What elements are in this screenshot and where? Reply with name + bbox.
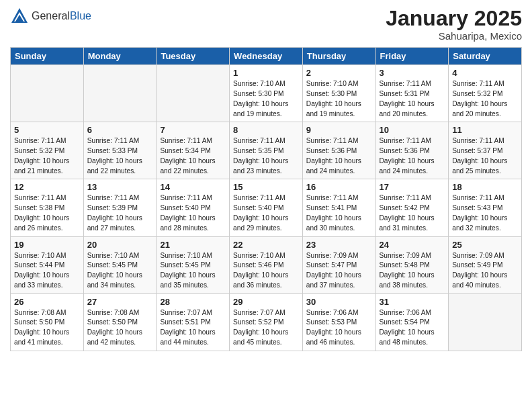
day-info: Sunrise: 7:11 AM Sunset: 5:33 PM Dayligh… (87, 136, 153, 176)
day-cell-17: 17Sunrise: 7:11 AM Sunset: 5:42 PM Dayli… (375, 179, 449, 236)
day-info: Sunrise: 7:10 AM Sunset: 5:45 PM Dayligh… (160, 251, 226, 291)
day-info: Sunrise: 7:11 AM Sunset: 5:32 PM Dayligh… (452, 79, 518, 119)
day-info: Sunrise: 7:11 AM Sunset: 5:38 PM Dayligh… (14, 193, 80, 233)
week-row-4: 26Sunrise: 7:08 AM Sunset: 5:50 PM Dayli… (11, 293, 522, 351)
day-number: 1 (233, 68, 299, 78)
day-cell-29: 29Sunrise: 7:07 AM Sunset: 5:52 PM Dayli… (230, 293, 303, 351)
day-cell-18: 18Sunrise: 7:11 AM Sunset: 5:43 PM Dayli… (449, 179, 522, 236)
empty-cell (83, 65, 157, 122)
day-info: Sunrise: 7:09 AM Sunset: 5:49 PM Dayligh… (452, 251, 518, 291)
day-cell-7: 7Sunrise: 7:11 AM Sunset: 5:34 PM Daylig… (157, 122, 230, 179)
day-cell-13: 13Sunrise: 7:11 AM Sunset: 5:39 PM Dayli… (83, 179, 157, 236)
week-row-1: 5Sunrise: 7:11 AM Sunset: 5:32 PM Daylig… (11, 122, 522, 179)
day-cell-21: 21Sunrise: 7:10 AM Sunset: 5:45 PM Dayli… (157, 236, 230, 293)
day-number: 14 (160, 182, 226, 192)
day-cell-14: 14Sunrise: 7:11 AM Sunset: 5:40 PM Dayli… (157, 179, 230, 236)
day-cell-24: 24Sunrise: 7:09 AM Sunset: 5:48 PM Dayli… (375, 236, 449, 293)
day-number: 20 (87, 240, 153, 250)
day-number: 28 (160, 297, 226, 307)
day-number: 16 (306, 182, 372, 192)
day-number: 25 (452, 240, 518, 250)
weekday-header-sunday: Sunday (11, 48, 84, 65)
page-container: GeneralBlue January 2025 Sahuaripa, Mexi… (0, 0, 532, 358)
month-title: January 2025 (386, 7, 522, 30)
day-info: Sunrise: 7:11 AM Sunset: 5:40 PM Dayligh… (233, 193, 299, 233)
day-number: 30 (306, 297, 372, 307)
weekday-header-wednesday: Wednesday (230, 48, 303, 65)
day-info: Sunrise: 7:07 AM Sunset: 5:51 PM Dayligh… (160, 308, 226, 348)
day-number: 3 (380, 68, 445, 78)
day-number: 24 (380, 240, 445, 250)
day-info: Sunrise: 7:11 AM Sunset: 5:36 PM Dayligh… (306, 136, 372, 176)
day-number: 22 (233, 240, 299, 250)
day-cell-4: 4Sunrise: 7:11 AM Sunset: 5:32 PM Daylig… (449, 65, 522, 122)
day-info: Sunrise: 7:09 AM Sunset: 5:48 PM Dayligh… (380, 251, 445, 291)
week-row-3: 19Sunrise: 7:10 AM Sunset: 5:44 PM Dayli… (11, 236, 522, 293)
day-info: Sunrise: 7:10 AM Sunset: 5:44 PM Dayligh… (14, 251, 80, 291)
day-info: Sunrise: 7:07 AM Sunset: 5:52 PM Dayligh… (233, 308, 299, 348)
day-info: Sunrise: 7:11 AM Sunset: 5:31 PM Dayligh… (380, 79, 445, 119)
day-cell-31: 31Sunrise: 7:06 AM Sunset: 5:54 PM Dayli… (375, 293, 449, 351)
day-info: Sunrise: 7:11 AM Sunset: 5:40 PM Dayligh… (160, 193, 226, 233)
day-info: Sunrise: 7:11 AM Sunset: 5:42 PM Dayligh… (380, 193, 445, 233)
day-number: 5 (14, 125, 80, 135)
logo-icon (10, 7, 29, 26)
day-info: Sunrise: 7:11 AM Sunset: 5:34 PM Dayligh… (160, 136, 226, 176)
day-cell-16: 16Sunrise: 7:11 AM Sunset: 5:41 PM Dayli… (302, 179, 375, 236)
day-cell-25: 25Sunrise: 7:09 AM Sunset: 5:49 PM Dayli… (449, 236, 522, 293)
header: GeneralBlue January 2025 Sahuaripa, Mexi… (10, 7, 522, 42)
day-number: 19 (14, 240, 80, 250)
day-cell-23: 23Sunrise: 7:09 AM Sunset: 5:47 PM Dayli… (302, 236, 375, 293)
weekday-header-thursday: Thursday (302, 48, 375, 65)
day-cell-2: 2Sunrise: 7:10 AM Sunset: 5:30 PM Daylig… (302, 65, 375, 122)
day-number: 31 (380, 297, 445, 307)
logo-text: GeneralBlue (32, 10, 91, 22)
day-number: 15 (233, 182, 299, 192)
day-number: 6 (87, 125, 153, 135)
day-info: Sunrise: 7:10 AM Sunset: 5:30 PM Dayligh… (306, 79, 372, 119)
day-cell-15: 15Sunrise: 7:11 AM Sunset: 5:40 PM Dayli… (230, 179, 303, 236)
weekday-header-row: SundayMondayTuesdayWednesdayThursdayFrid… (11, 48, 522, 65)
day-cell-6: 6Sunrise: 7:11 AM Sunset: 5:33 PM Daylig… (83, 122, 157, 179)
title-block: January 2025 Sahuaripa, Mexico (386, 7, 522, 42)
day-info: Sunrise: 7:11 AM Sunset: 5:35 PM Dayligh… (233, 136, 299, 176)
day-number: 12 (14, 182, 80, 192)
empty-cell (449, 293, 522, 351)
day-cell-8: 8Sunrise: 7:11 AM Sunset: 5:35 PM Daylig… (230, 122, 303, 179)
day-info: Sunrise: 7:11 AM Sunset: 5:39 PM Dayligh… (87, 193, 153, 233)
day-number: 13 (87, 182, 153, 192)
day-info: Sunrise: 7:11 AM Sunset: 5:36 PM Dayligh… (380, 136, 445, 176)
calendar-table: SundayMondayTuesdayWednesdayThursdayFrid… (10, 47, 522, 351)
day-cell-30: 30Sunrise: 7:06 AM Sunset: 5:53 PM Dayli… (302, 293, 375, 351)
day-cell-12: 12Sunrise: 7:11 AM Sunset: 5:38 PM Dayli… (11, 179, 84, 236)
day-number: 4 (452, 68, 518, 78)
weekday-header-monday: Monday (83, 48, 157, 65)
day-cell-3: 3Sunrise: 7:11 AM Sunset: 5:31 PM Daylig… (375, 65, 449, 122)
day-number: 27 (87, 297, 153, 307)
day-number: 11 (452, 125, 518, 135)
day-cell-26: 26Sunrise: 7:08 AM Sunset: 5:50 PM Dayli… (11, 293, 84, 351)
day-cell-5: 5Sunrise: 7:11 AM Sunset: 5:32 PM Daylig… (11, 122, 84, 179)
day-cell-27: 27Sunrise: 7:08 AM Sunset: 5:50 PM Dayli… (83, 293, 157, 351)
logo-general: General (32, 10, 70, 21)
day-info: Sunrise: 7:10 AM Sunset: 5:45 PM Dayligh… (87, 251, 153, 291)
weekday-header-tuesday: Tuesday (157, 48, 230, 65)
day-number: 17 (380, 182, 445, 192)
logo-blue: Blue (70, 10, 91, 21)
day-number: 7 (160, 125, 226, 135)
empty-cell (11, 65, 84, 122)
day-cell-11: 11Sunrise: 7:11 AM Sunset: 5:37 PM Dayli… (449, 122, 522, 179)
day-number: 9 (306, 125, 372, 135)
day-info: Sunrise: 7:11 AM Sunset: 5:43 PM Dayligh… (452, 193, 518, 233)
day-info: Sunrise: 7:11 AM Sunset: 5:37 PM Dayligh… (452, 136, 518, 176)
day-number: 26 (14, 297, 80, 307)
day-number: 2 (306, 68, 372, 78)
day-info: Sunrise: 7:06 AM Sunset: 5:53 PM Dayligh… (306, 308, 372, 348)
week-row-0: 1Sunrise: 7:10 AM Sunset: 5:30 PM Daylig… (11, 65, 522, 122)
day-number: 10 (380, 125, 445, 135)
day-cell-28: 28Sunrise: 7:07 AM Sunset: 5:51 PM Dayli… (157, 293, 230, 351)
day-cell-10: 10Sunrise: 7:11 AM Sunset: 5:36 PM Dayli… (375, 122, 449, 179)
day-info: Sunrise: 7:10 AM Sunset: 5:30 PM Dayligh… (233, 79, 299, 119)
location-title: Sahuaripa, Mexico (386, 30, 522, 42)
day-cell-20: 20Sunrise: 7:10 AM Sunset: 5:45 PM Dayli… (83, 236, 157, 293)
